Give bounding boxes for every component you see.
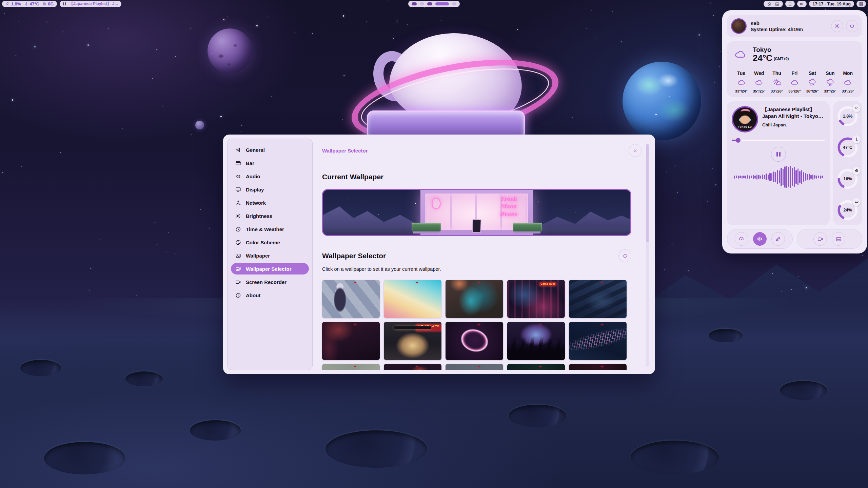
clock[interactable]: 17:17 - Tue, 19 Aug [809, 1, 854, 7]
album-art: TOKYO LO [732, 106, 758, 133]
scrollbar-thumb[interactable] [646, 144, 649, 242]
dashboard-panel: seb System Uptime: 4h19m Tokyo 24°C(GMT+… [722, 10, 867, 253]
star [502, 96, 503, 96]
wallpaper-button[interactable] [832, 232, 845, 246]
forecast-weather-icon [808, 78, 816, 87]
notifications-button[interactable] [785, 1, 795, 7]
visualizer-bar [777, 170, 778, 184]
power-saver-profile-button[interactable] [771, 232, 785, 246]
sidebar-item-label: Network [246, 200, 266, 206]
sidebar-item-time-weather[interactable]: Time & Weather [231, 223, 309, 235]
network-icon [235, 200, 241, 206]
crater [20, 360, 61, 376]
sidebar-item-bar[interactable]: Bar [231, 157, 309, 169]
star [713, 15, 714, 16]
star [152, 78, 153, 79]
image-icon[interactable] [775, 2, 780, 6]
user-actions [831, 20, 858, 32]
star [175, 56, 176, 57]
thumbnail-sign-text [354, 366, 356, 367]
refresh-button[interactable] [618, 249, 631, 262]
visualizer-bar [807, 174, 808, 180]
sidebar-item-display[interactable]: Display [231, 184, 309, 195]
star [89, 290, 90, 290]
visualizer-bar [790, 166, 791, 188]
launcher-button[interactable] [856, 1, 866, 7]
forecast-temps: 35°/25° [753, 89, 765, 93]
thumbnail-sign-text [354, 324, 356, 325]
wallpaper-thumbnail[interactable] [569, 364, 627, 370]
sidebar-item-audio[interactable]: Audio [231, 170, 309, 182]
wallpaper-thumbnail[interactable] [322, 322, 380, 360]
workspace-dot[interactable] [412, 2, 417, 5]
selector-subtitle: Click on a wallpaper to set it as your c… [322, 266, 642, 272]
screen-record-button[interactable] [813, 232, 827, 246]
performance-profile-button[interactable] [735, 232, 748, 246]
star [715, 184, 716, 185]
balanced-profile-button[interactable] [753, 232, 767, 246]
wallpaper-thumbnail[interactable] [507, 364, 565, 370]
workspace-dot[interactable] [452, 2, 456, 5]
forecast-temps: 35°/26° [788, 89, 801, 93]
workspace-dot[interactable] [420, 2, 424, 5]
wallpaper-thumbnail[interactable] [569, 280, 627, 318]
star [546, 124, 547, 124]
system-tray[interactable] [764, 1, 783, 7]
sidebar-item-wallpaper[interactable]: Wallpaper [231, 250, 309, 261]
volume-button[interactable] [797, 1, 807, 7]
sidebar-item-brightness[interactable]: Brightness [231, 210, 309, 222]
scrollbar[interactable] [646, 143, 649, 367]
wallpaper-thumbnail[interactable]: ローファイコーヒー [384, 322, 441, 360]
wallpaper-thumbnail[interactable]: Game Over [507, 280, 565, 318]
power-button[interactable] [846, 20, 858, 32]
username: seb [751, 20, 803, 26]
selector-heading: Wallpaper Selector [322, 252, 386, 260]
sidebar-item-about[interactable]: About [231, 289, 309, 301]
star [241, 125, 242, 126]
wallpaper-thumbnail[interactable] [446, 322, 503, 360]
gear-icon [834, 23, 840, 29]
sidebar-item-screen-recorder[interactable]: Screen Recorder [231, 276, 309, 288]
forecast-temps: 33°/26° [842, 89, 854, 93]
sidebar-item-network[interactable]: Network [231, 197, 309, 208]
star [217, 252, 217, 252]
wallpaper-thumbnail[interactable] [446, 280, 503, 318]
tray-app-icon[interactable] [767, 2, 772, 6]
workspace-indicator[interactable] [408, 1, 460, 7]
wallpaper-thumbnail[interactable] [507, 322, 565, 360]
star [517, 29, 518, 30]
star [441, 20, 441, 21]
seek-track[interactable] [732, 140, 825, 141]
wallpaper-thumbnail[interactable] [322, 280, 380, 318]
wallpaper-thumbnail[interactable] [569, 322, 627, 360]
visualizer-bar [818, 176, 819, 178]
seek-slider[interactable] [732, 138, 825, 143]
workspace-dot[interactable] [427, 2, 432, 5]
sidebar-item-general[interactable]: General [231, 144, 309, 156]
wallpaper-thumbnail[interactable] [384, 364, 441, 370]
pause-icon [776, 152, 778, 157]
sidebar-item-color-scheme[interactable]: Color Scheme [231, 237, 309, 248]
star [271, 96, 272, 97]
seek-thumb[interactable] [736, 138, 741, 143]
crater [125, 371, 163, 386]
play-pause-button[interactable] [771, 147, 786, 162]
sidebar-item-wallpaper-selector[interactable]: Wallpaper Selector [231, 263, 309, 274]
close-icon [633, 148, 638, 153]
star [91, 268, 91, 269]
close-button[interactable] [629, 144, 642, 157]
star [572, 117, 573, 118]
thumbnail-sign-text: Game Over [539, 282, 556, 286]
wallpaper-thumbnail[interactable] [322, 364, 380, 370]
wallpaper-thumbnail[interactable] [384, 280, 441, 318]
sidebar-item-label: Screen Recorder [246, 279, 287, 285]
wallpaper-thumbnail[interactable] [446, 364, 503, 370]
visualizer-bar [775, 172, 776, 182]
media-pill[interactable]: 【Japanese Playlist】 J... [60, 1, 121, 7]
star [99, 240, 100, 240]
settings-button[interactable] [831, 20, 843, 32]
power-icon [849, 23, 855, 29]
workspace-dot[interactable] [435, 2, 449, 5]
visualizer-bar [738, 176, 739, 179]
visualizer-bar [769, 173, 771, 181]
